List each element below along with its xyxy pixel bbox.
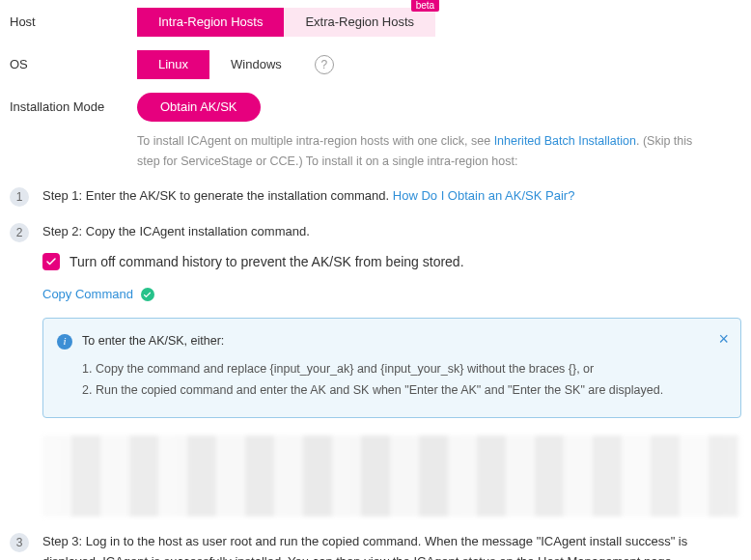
step3-body: Step 3: Log in to the host as user root … (42, 532, 741, 560)
check-icon (45, 256, 57, 267)
os-windows-btn[interactable]: Windows (209, 50, 303, 79)
copy-command-link[interactable]: Copy Command (42, 285, 133, 305)
host-toggle: Intra-Region Hosts Extra-Region Hosts be… (137, 8, 435, 37)
host-label: Host (10, 8, 137, 29)
info-icon: i (57, 334, 72, 350)
os-linux-btn[interactable]: Linux (137, 50, 209, 79)
inherited-batch-link[interactable]: Inherited Batch Installation (494, 134, 636, 148)
obtain-aksk-button[interactable]: Obtain AK/SK (137, 93, 261, 122)
close-icon[interactable]: × (718, 330, 729, 348)
mode-label: Installation Mode (10, 93, 137, 114)
command-code-block[interactable] (42, 435, 741, 517)
os-toggle: Linux Windows (137, 50, 303, 79)
history-checkbox-label: Turn off command history to prevent the … (70, 251, 464, 272)
history-checkbox[interactable] (42, 253, 60, 270)
host-extra-btn[interactable]: Extra-Region Hosts (284, 8, 435, 37)
step-number: 1 (10, 187, 29, 207)
step1-body: Step 1: Enter the AK/SK to generate the … (42, 186, 741, 207)
aksk-help-link[interactable]: How Do I Obtain an AK/SK Pair? (393, 188, 575, 203)
host-intra-btn[interactable]: Intra-Region Hosts (137, 8, 284, 37)
info-card: × i To enter the AK/SK, either: 1. Copy … (42, 318, 741, 418)
step2-title: Step 2: Copy the ICAgent installation co… (42, 222, 741, 242)
step-number: 2 (10, 223, 29, 242)
mode-hint: To install ICAgent on multiple intra-reg… (137, 131, 716, 173)
success-icon (141, 288, 154, 301)
os-label: OS (10, 50, 137, 71)
beta-badge: beta (411, 0, 439, 12)
help-icon[interactable]: ? (315, 55, 334, 74)
step-number: 3 (10, 533, 29, 552)
